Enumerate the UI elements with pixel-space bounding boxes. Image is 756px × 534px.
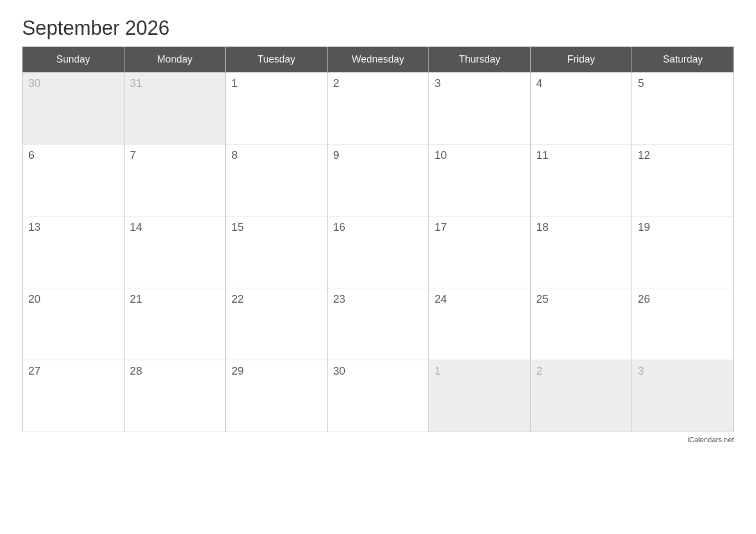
week-row-1: 303112345	[23, 72, 734, 144]
day-number: 2	[536, 365, 542, 377]
header-saturday: Saturday	[632, 47, 734, 72]
calendar-cell[interactable]: 2	[530, 360, 632, 432]
calendar-cell[interactable]: 7	[124, 144, 226, 216]
day-number: 7	[130, 149, 136, 161]
calendar-cell[interactable]: 23	[327, 288, 429, 360]
calendar-cell[interactable]: 3	[632, 360, 734, 432]
header-tuesday: Tuesday	[226, 47, 328, 72]
calendar-cell[interactable]: 2	[327, 72, 429, 144]
day-number: 30	[333, 365, 345, 377]
day-number: 27	[28, 365, 40, 377]
calendar-table: SundayMondayTuesdayWednesdayThursdayFrid…	[22, 46, 734, 432]
day-number: 14	[130, 221, 142, 233]
day-number: 1	[434, 365, 441, 377]
calendar-cell[interactable]: 6	[23, 144, 125, 216]
calendar-cell[interactable]: 27	[23, 360, 125, 432]
day-number: 21	[130, 293, 142, 305]
calendar-cell[interactable]: 1	[429, 360, 531, 432]
day-number: 26	[638, 293, 650, 305]
day-number: 6	[28, 149, 34, 161]
calendar-cell[interactable]: 13	[23, 216, 125, 288]
calendar-cell[interactable]: 9	[327, 144, 429, 216]
day-number: 4	[536, 77, 542, 89]
calendar-cell[interactable]: 25	[530, 288, 632, 360]
calendar-cell[interactable]: 28	[124, 360, 226, 432]
calendar-cell[interactable]: 30	[23, 72, 125, 144]
calendar-cell[interactable]: 20	[23, 288, 125, 360]
calendar-cell[interactable]: 3	[429, 72, 531, 144]
day-number: 25	[536, 293, 548, 305]
header-thursday: Thursday	[429, 47, 531, 72]
day-number: 17	[434, 221, 447, 233]
calendar-cell[interactable]: 5	[632, 72, 734, 144]
calendar-cell[interactable]: 22	[226, 288, 328, 360]
calendar-cell[interactable]: 12	[632, 144, 734, 216]
day-number: 10	[434, 149, 447, 161]
day-number: 5	[638, 77, 644, 89]
header-friday: Friday	[530, 47, 632, 72]
day-number: 1	[231, 77, 237, 89]
calendar-cell[interactable]: 8	[226, 144, 328, 216]
week-row-4: 20212223242526	[23, 288, 734, 360]
calendar-cell[interactable]: 26	[632, 288, 734, 360]
day-number: 20	[28, 293, 40, 305]
header-wednesday: Wednesday	[327, 47, 429, 72]
calendar-cell[interactable]: 14	[124, 216, 226, 288]
footer-attribution: iCalendars.net	[22, 436, 734, 444]
day-number: 23	[333, 293, 345, 305]
week-row-2: 6789101112	[23, 144, 734, 216]
day-number: 11	[536, 149, 548, 161]
day-number: 31	[130, 77, 142, 89]
calendar-cell[interactable]: 11	[530, 144, 632, 216]
calendar-cell[interactable]: 10	[429, 144, 531, 216]
calendar-cell[interactable]: 4	[530, 72, 632, 144]
day-number: 18	[536, 221, 548, 233]
day-number: 9	[333, 149, 339, 161]
week-row-3: 13141516171819	[23, 216, 734, 288]
day-number: 2	[333, 77, 339, 89]
day-number: 8	[231, 149, 237, 161]
calendar-cell[interactable]: 17	[429, 216, 531, 288]
day-number: 16	[333, 221, 345, 233]
calendar-title: September 2026	[22, 17, 734, 40]
calendar-cell[interactable]: 18	[530, 216, 632, 288]
calendar-cell[interactable]: 24	[429, 288, 531, 360]
calendar-cell[interactable]: 1	[226, 72, 328, 144]
calendar-cell[interactable]: 16	[327, 216, 429, 288]
calendar-cell[interactable]: 31	[124, 72, 226, 144]
calendar-cell[interactable]: 19	[632, 216, 734, 288]
day-number: 30	[28, 77, 40, 89]
day-number: 22	[231, 293, 244, 305]
day-number: 13	[28, 221, 40, 233]
day-number: 15	[231, 221, 244, 233]
header-sunday: Sunday	[23, 47, 125, 72]
day-number: 12	[638, 149, 650, 161]
week-row-5: 27282930123	[23, 360, 734, 432]
header-monday: Monday	[124, 47, 226, 72]
day-number: 3	[638, 365, 644, 377]
header-row: SundayMondayTuesdayWednesdayThursdayFrid…	[23, 47, 734, 72]
day-number: 28	[130, 365, 142, 377]
day-number: 24	[434, 293, 447, 305]
calendar-cell[interactable]: 29	[226, 360, 328, 432]
day-number: 19	[638, 221, 650, 233]
calendar-cell[interactable]: 15	[226, 216, 328, 288]
calendar-cell[interactable]: 30	[327, 360, 429, 432]
calendar-cell[interactable]: 21	[124, 288, 226, 360]
day-number: 29	[231, 365, 244, 377]
day-number: 3	[434, 77, 441, 89]
